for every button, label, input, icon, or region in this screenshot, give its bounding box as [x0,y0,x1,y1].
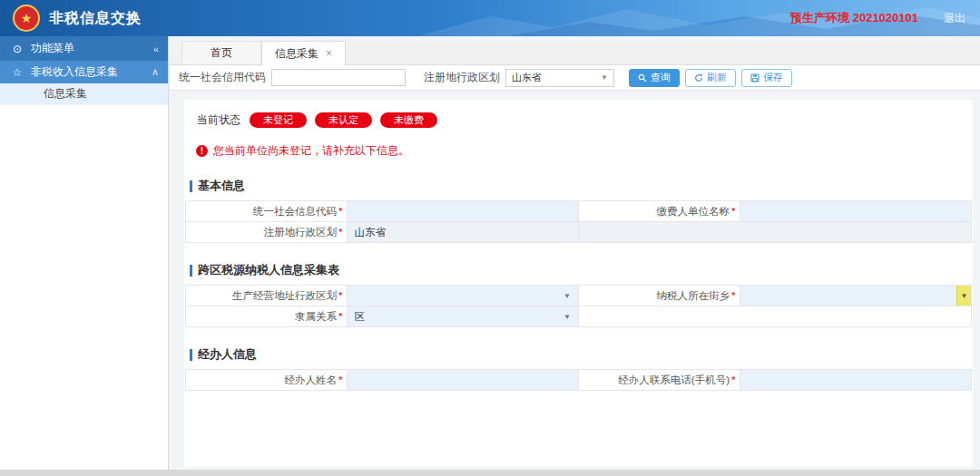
current-status-label: 当前状态 [197,112,240,128]
sidebar-item-label: 信息采集 [44,86,87,102]
current-status-row: 当前状态 未登记 未认定 未缴费 [184,100,973,128]
region-field-value: 山东省 [347,222,578,243]
payer-name-input[interactable] [748,202,972,221]
emblem-star-icon: ★ [21,12,33,24]
search-icon [638,73,647,83]
content-panel: 当前状态 未登记 未认定 未缴费 ! 您当前单位尚未登记，请补充以下信息。 基本… [184,100,973,467]
credit-code-field[interactable] [347,201,578,222]
tab-info-collection-label: 信息采集 [275,46,318,62]
app-window: ★ 非税信息交换 预生产环境 2021020101 退出 ⊙ 功能菜单 « ☆ … [0,0,980,476]
main-area: 首页 信息采集 × 统一社会信用代码 注册地行政区划 山东省 ▼ [170,36,980,476]
chevron-up-icon: ∧ [152,66,159,78]
chevron-down-icon: ▼ [564,292,571,300]
sidebar: ⊙ 功能菜单 « ☆ 非税收入信息采集 ∧ 信息采集 [0,36,169,470]
tab-home[interactable]: 首页 [181,41,261,64]
agent-phone-field[interactable] [740,370,972,391]
horizontal-scrollbar[interactable] [0,470,980,476]
region-field-label: 注册地行政区划* [186,222,348,243]
affiliation-field-label: 隶属关系* [186,306,348,327]
cross-region-table: 生产经营地址行政区划* ▼ 纳税人所在街乡* ▼ 隶属关系* 区 [185,285,972,327]
star-icon: ☆ [9,66,25,79]
sidebar-collapse-icon[interactable]: « [153,44,159,54]
app-title: 非税信息交换 [49,9,142,28]
status-badge-unregistered: 未登记 [250,112,307,128]
tab-bar: 首页 信息采集 × [170,41,980,65]
national-emblem-logo: ★ [13,5,40,32]
region-select-value: 山东省 [512,71,601,84]
tab-info-collection[interactable]: 信息采集 × [261,41,346,65]
search-toolbar: 统一社会信用代码 注册地行政区划 山东省 ▼ 查询 [170,65,980,91]
payer-name-field-label: 缴费人单位名称* [578,201,740,222]
agent-name-field[interactable] [347,370,578,391]
agent-info-table: 经办人姓名* 经办人联系电话(手机号)* [185,369,972,391]
empty-cell [578,306,971,327]
tab-home-label: 首页 [211,45,232,61]
status-badge-unpaid: 未缴费 [380,112,437,128]
save-button-label: 保存 [763,71,783,84]
refresh-icon [694,73,703,83]
warning-text: 您当前单位尚未登记，请补充以下信息。 [213,143,409,159]
section-cross-region-title: 跨区税源纳税人信息采集表 [198,262,339,278]
tab-close-icon[interactable]: × [326,47,332,60]
section-basic-info: 基本信息 [190,178,961,194]
sidebar-group-nontax-collection[interactable]: ☆ 非税收入信息采集 ∧ [0,61,168,83]
environment-label: 预生产环境 2021020101 [790,10,918,26]
warning-icon: ! [196,145,208,157]
refresh-button-label: 刷新 [707,71,727,84]
sidebar-group-label: 非税收入信息采集 [31,64,152,80]
table-row: 隶属关系* 区 ▼ [186,306,972,327]
credit-code-field-label: 统一社会信息代码* [186,201,348,222]
save-button[interactable]: 保存 [741,69,792,87]
street-dropdown-button[interactable]: ▼ [956,286,971,306]
agent-name-input[interactable] [355,371,578,390]
warning-message-row: ! 您当前单位尚未登记，请补充以下信息。 [196,143,973,159]
payer-name-field[interactable] [740,201,972,222]
credit-code-search-input[interactable] [271,69,406,86]
menu-icon: ⊙ [9,43,25,55]
logout-link[interactable]: 退出 [944,11,965,26]
table-row: 统一社会信息代码* 缴费人单位名称* [186,201,972,222]
table-row: 经办人姓名* 经办人联系电话(手机号)* [186,370,972,391]
top-header: ★ 非税信息交换 预生产环境 2021020101 退出 [0,0,980,36]
agent-name-field-label: 经办人姓名* [186,370,348,391]
affiliation-select[interactable]: 区 ▼ [347,306,578,327]
street-select[interactable]: ▼ [740,286,972,306]
sidebar-item-info-collection[interactable]: 信息采集 [0,83,168,105]
query-button[interactable]: 查询 [629,69,680,87]
section-agent-info-title: 经办人信息 [198,346,257,363]
save-icon [750,73,760,83]
agent-phone-field-label: 经办人联系电话(手机号)* [578,370,740,391]
status-badge-unconfirmed: 未认定 [315,112,372,128]
street-field-label: 纳税人所在街乡* [578,286,740,306]
empty-cell [578,222,971,243]
section-accent-bar [190,265,192,277]
region-search-label: 注册地行政区划 [424,70,500,85]
section-accent-bar [190,349,192,361]
query-button-label: 查询 [651,71,671,84]
sidebar-menu-header: ⊙ 功能菜单 « [0,36,168,61]
section-agent-info: 经办人信息 [190,346,961,363]
business-address-field-label: 生产经营地址行政区划* [186,286,348,306]
refresh-button[interactable]: 刷新 [685,69,736,87]
credit-code-input[interactable] [355,202,578,221]
basic-info-table: 统一社会信息代码* 缴费人单位名称* 注册地行政区划* 山东省 [185,200,972,243]
business-address-select[interactable]: ▼ [347,286,578,306]
sidebar-menu-title: 功能菜单 [31,41,153,56]
region-select[interactable]: 山东省 ▼ [505,69,614,87]
section-basic-info-title: 基本信息 [198,178,245,194]
agent-phone-input[interactable] [748,371,972,390]
section-accent-bar [190,180,192,192]
chevron-down-icon: ▼ [601,73,608,82]
credit-code-search-label: 统一社会信用代码 [179,70,266,85]
section-cross-region: 跨区税源纳税人信息采集表 [190,262,961,278]
chevron-down-icon: ▼ [961,292,968,300]
table-row: 注册地行政区划* 山东省 [186,222,972,243]
chevron-down-icon: ▼ [564,313,571,321]
table-row: 生产经营地址行政区划* ▼ 纳税人所在街乡* ▼ [186,286,972,306]
